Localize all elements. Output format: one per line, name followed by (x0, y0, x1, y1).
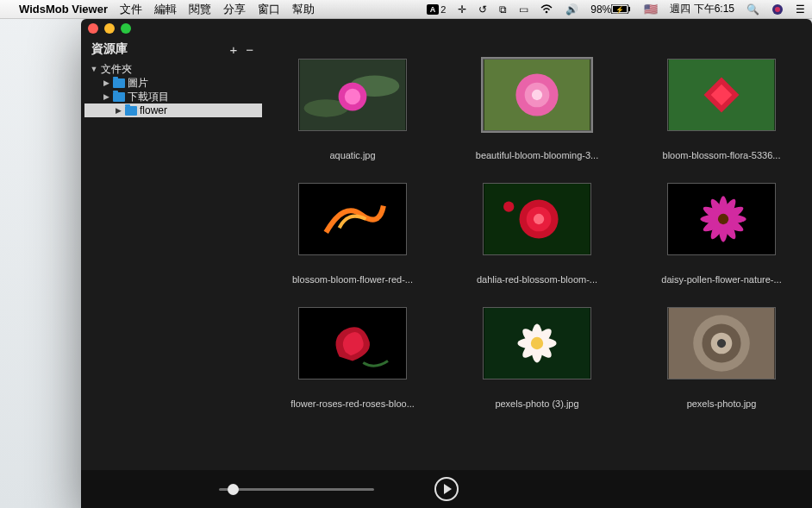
slideshow-play-button[interactable] (434, 477, 459, 501)
library-add-button[interactable]: + (229, 42, 237, 57)
svg-text:⚡: ⚡ (615, 5, 624, 14)
thumbnail-caption: pexels-photo (3).jpg (495, 398, 578, 409)
titlebar (81, 19, 812, 38)
svg-point-13 (345, 89, 360, 104)
thumbnail-item[interactable]: blossom-bloom-flower-red-... (279, 183, 426, 285)
input-source-flag[interactable]: 🇺🇸 (644, 3, 658, 16)
menu-window[interactable]: 窗口 (258, 2, 280, 17)
disclosure-down-icon: ▼ (90, 65, 98, 73)
disclosure-right-icon: ▶ (114, 106, 122, 115)
timemachine-icon[interactable]: ↺ (478, 3, 487, 16)
tree-item-downloads[interactable]: ▶ 下載項目 (84, 90, 262, 103)
thumbnail-item[interactable]: pexels-photo.jpg (648, 307, 795, 409)
folder-icon (113, 78, 125, 88)
thumbnail-item[interactable]: flower-roses-red-roses-bloo... (279, 307, 426, 409)
crosshair-icon[interactable]: ✛ (458, 3, 466, 16)
window-minimize-button[interactable] (104, 23, 115, 34)
menu-share[interactable]: 分享 (223, 2, 246, 17)
tree-item-pictures[interactable]: ▶ 圖片 (84, 76, 262, 90)
svg-point-8 (775, 7, 780, 12)
adobe-status-icon[interactable]: A2 (427, 4, 446, 15)
thumbnail-caption: bloom-blossom-flora-5336... (663, 150, 781, 160)
window-zoom-button[interactable] (121, 23, 131, 34)
disclosure-right-icon: ▶ (102, 78, 110, 87)
siri-icon[interactable] (771, 3, 784, 16)
menu-view[interactable]: 閱覽 (189, 2, 211, 17)
thumbnail-caption: daisy-pollen-flower-nature-... (661, 274, 781, 285)
tree-item-label: 圖片 (128, 76, 148, 91)
svg-rect-4 (628, 7, 630, 11)
thumbnail-caption: aquatic.jpg (329, 150, 375, 160)
tree-root-label: 文件夾 (101, 62, 132, 77)
svg-point-17 (532, 90, 542, 100)
volume-icon[interactable]: 🔊 (565, 3, 578, 16)
notification-center-icon[interactable]: ☰ (796, 3, 805, 16)
thumbnail-item[interactable]: beautiful-bloom-blooming-3... (464, 59, 610, 160)
disclosure-right-icon: ▶ (102, 92, 110, 101)
display-icon[interactable]: ▭ (519, 3, 528, 16)
svg-rect-19 (300, 184, 406, 254)
svg-point-24 (503, 202, 514, 212)
thumbnail-item[interactable]: pexels-photo (3).jpg (464, 307, 610, 409)
zoom-slider[interactable] (219, 480, 374, 498)
svg-point-2 (546, 11, 548, 14)
folder-icon (113, 92, 125, 102)
thumbnail-caption: dahlia-red-blossom-bloom-... (477, 274, 597, 285)
sidebar: 資源庫 + − ▼ 文件夾 ▶ 圖片 ▶ (81, 38, 262, 470)
clock[interactable]: 週四 下午6:15 (670, 2, 734, 16)
folder-tree: ▼ 文件夾 ▶ 圖片 ▶ 下載項目 ▶ flower (81, 62, 262, 117)
svg-point-23 (534, 214, 544, 224)
svg-point-39 (531, 337, 543, 349)
folder-icon (125, 106, 137, 116)
svg-point-32 (718, 214, 728, 224)
tree-item-label: 下載項目 (128, 90, 169, 104)
slider-knob[interactable] (228, 484, 239, 495)
spotlight-icon[interactable]: 🔍 (746, 3, 759, 16)
battery-status[interactable]: 98% ⚡ (590, 3, 632, 16)
library-remove-button[interactable]: − (246, 42, 253, 57)
menubar: WidsMob Viewer 文件 編輯 閱覽 分享 窗口 幫助 A2 ✛ ↺ … (0, 0, 812, 19)
menu-help[interactable]: 幫助 (292, 2, 315, 17)
bluetooth-icon[interactable]: ⧉ (499, 3, 507, 16)
footer-toolbar (81, 470, 812, 508)
app-window: 資源庫 + − ▼ 文件夾 ▶ 圖片 ▶ (81, 19, 812, 508)
svg-point-44 (717, 339, 726, 348)
thumbnail-item[interactable]: daisy-pollen-flower-nature-... (648, 183, 795, 285)
thumbnail-caption: pexels-photo.jpg (687, 398, 757, 409)
thumbnail-caption: flower-roses-red-roses-bloo... (290, 398, 415, 409)
thumbnail-item[interactable]: dahlia-red-blossom-bloom-... (464, 183, 610, 285)
library-title: 資源庫 (91, 41, 128, 57)
thumbnail-item[interactable]: aquatic.jpg (279, 59, 426, 160)
tree-item-flower[interactable]: ▶ flower (84, 103, 262, 117)
thumbnail-item[interactable]: bloom-blossom-flora-5336... (648, 59, 795, 160)
app-menu[interactable]: WidsMob Viewer (19, 3, 108, 16)
menu-file[interactable]: 文件 (120, 2, 142, 17)
tree-item-label: flower (140, 104, 167, 116)
tree-root[interactable]: ▼ 文件夾 (84, 62, 262, 76)
window-close-button[interactable] (88, 23, 98, 34)
menu-edit[interactable]: 編輯 (154, 2, 177, 17)
thumbnail-grid: aquatic.jpg beautiful-bloom-blooming-3..… (262, 38, 812, 470)
thumbnail-caption: blossom-bloom-flower-red-... (292, 274, 413, 285)
wifi-icon[interactable] (540, 4, 553, 14)
thumbnail-caption: beautiful-bloom-blooming-3... (476, 150, 598, 160)
svg-text:A: A (430, 5, 436, 14)
